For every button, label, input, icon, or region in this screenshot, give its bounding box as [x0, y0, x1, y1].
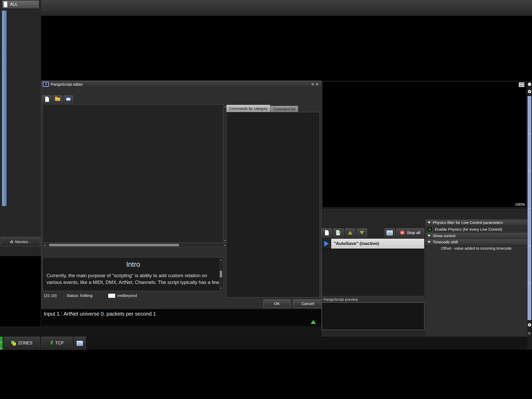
physics-header-label: Physics filter for Live Control paramete… — [433, 220, 503, 225]
editor-title-bar: 3 PangoScript editor — [41, 81, 321, 88]
preview-side-strip — [527, 81, 532, 350]
current-word: exitbeyond — [117, 293, 137, 298]
monitor-button[interactable]: Monitor... — [1, 237, 40, 246]
timecode-shift-label: Timecode shift — [433, 240, 458, 244]
up-arrow-icon — [348, 231, 353, 235]
move-down-button[interactable] — [357, 228, 367, 237]
new-file-icon — [45, 97, 49, 102]
enable-physics-checkbox[interactable]: ✕ — [427, 227, 433, 232]
pangoscript-editor-window: 3 PangoScript editor ▲▼ ◄► Intro Current… — [41, 81, 322, 309]
stop-all-button[interactable]: Stop all — [396, 228, 424, 237]
tab-command-list[interactable]: Command list — [270, 106, 298, 112]
tcp-label: TCP — [55, 341, 64, 345]
timecode-shift-header[interactable]: Timecode shift — [425, 239, 527, 245]
help-panel: Intro Currently, the main purpose of "sc… — [43, 257, 224, 291]
tab-commands-by-category[interactable]: Commands by category — [226, 105, 270, 112]
preview-grid-icon[interactable] — [519, 82, 524, 87]
lower-black-radio-icon[interactable] — [528, 332, 531, 335]
editor-title: PangoScript editor — [51, 82, 83, 87]
zones-level-strip — [0, 337, 3, 350]
enable-physics-label: Enable Physics (for every Live Control) — [435, 227, 502, 231]
save-floppy-icon — [66, 97, 70, 101]
edit-script-button[interactable]: ✚ — [333, 228, 344, 237]
master-physics-panel: Physics filter for Live Control paramete… — [425, 220, 527, 337]
sidebar-all-tab[interactable]: ALL — [2, 1, 39, 8]
new-file-icon — [325, 230, 329, 235]
preview-zoom-slider[interactable] — [528, 96, 531, 320]
dialog-buttons: OK Cancel — [263, 300, 323, 308]
cancel-button[interactable]: Cancel — [293, 300, 323, 308]
show-control-label: Show control — [433, 234, 455, 238]
open-script-button[interactable] — [53, 95, 62, 103]
caret-position: (22,10) — [44, 293, 57, 298]
editor-window-controls[interactable] — [311, 83, 318, 85]
script-slot-name: "AutoSave" (inactive) — [331, 239, 424, 249]
main-toolbar — [0, 0, 532, 16]
artnet-status-text: Input 1 : ArtNet universe 0. packets per… — [44, 311, 156, 317]
stop-all-icon — [400, 230, 405, 235]
help-title: Intro — [43, 261, 223, 269]
all-label: ALL — [10, 2, 18, 7]
code-horizontal-scrollbar[interactable]: ◄► — [43, 243, 227, 247]
commands-tree — [226, 112, 320, 297]
preview-magenta-radio-icon[interactable] — [528, 90, 531, 93]
editor-logo-icon: 3 — [43, 82, 49, 87]
offset-note: Offset - value added to incoming timecod… — [425, 246, 527, 250]
monitor-gear-icon — [387, 230, 393, 235]
tcp-button[interactable]: TCP — [41, 337, 73, 350]
display-icon — [77, 341, 83, 346]
quick-toolbar — [0, 326, 322, 337]
tcp-lightning-icon — [50, 341, 53, 345]
help-scrollbar[interactable]: ▲▼ — [219, 258, 223, 290]
fb4-connection-grid — [87, 337, 532, 350]
move-up-button[interactable] — [345, 228, 355, 237]
play-icon — [324, 241, 329, 247]
new-script-button[interactable] — [42, 95, 52, 103]
enable-physics-row: ✕ Enable Physics (for every Live Control… — [425, 226, 527, 233]
save-script-button[interactable] — [64, 95, 73, 103]
sidebar-page-indicator[interactable] — [2, 10, 7, 206]
down-arrow-icon — [360, 231, 364, 235]
script-slot-row[interactable]: "AutoSave" (inactive) — [322, 239, 424, 249]
laser-preview-window[interactable]: 100% — [322, 81, 527, 208]
all-color-swatch — [4, 2, 7, 7]
script-slot-list: "AutoSave" (inactive) — [322, 238, 424, 296]
monitor-label: Monitor... — [15, 240, 31, 244]
lower-magenta-radio-icon[interactable] — [528, 323, 531, 327]
monitor-icon — [10, 240, 13, 243]
pangoscript-panel-toolbar: ✚ Stop all — [322, 228, 424, 238]
editor-status-bar: (22,10) Status: Editing exitbeyond — [44, 292, 223, 299]
pangoscript-preview-label: PangoScript preview — [322, 297, 424, 302]
artnet-status-bar: Input 1 : ArtNet universe 0. packets per… — [40, 309, 322, 326]
editor-status: Status: Editing — [66, 293, 92, 298]
collapse-arrow-icon — [428, 241, 431, 243]
zones-icon — [11, 341, 16, 345]
show-control-header[interactable]: Show control — [425, 233, 527, 239]
expand-arrow-icon[interactable] — [311, 320, 316, 324]
app-screen: 3 Lasershow Designer BEYOND Ultimate (NF… — [0, 0, 532, 399]
monitor-display-button[interactable] — [74, 337, 86, 350]
cue-page-sidebar: ALL Monitor... — [0, 0, 41, 256]
script-code-editor[interactable] — [43, 104, 223, 243]
editor-toolbar — [42, 95, 73, 103]
stop-all-label: Stop all — [407, 230, 420, 235]
collapse-arrow-icon — [428, 235, 431, 237]
preview-white-radio-icon[interactable] — [528, 83, 531, 86]
zones-label: ZONES — [18, 341, 32, 345]
connections-bar: ZONES TCP — [0, 337, 532, 350]
open-folder-icon — [55, 98, 60, 101]
collapse-arrow-icon — [428, 222, 431, 224]
new-script-slot-button[interactable] — [322, 228, 332, 237]
zones-button[interactable]: ZONES — [4, 337, 40, 350]
status-color-swatch — [108, 294, 115, 298]
script-settings-button[interactable] — [384, 228, 395, 237]
script-play-button[interactable] — [322, 239, 331, 249]
physics-filter-header[interactable]: Physics filter for Live Control paramete… — [425, 220, 527, 226]
preview-zoom-level: 100% — [515, 202, 525, 207]
ok-button[interactable]: OK — [263, 300, 290, 308]
commands-tabs: Commands by category Command list — [226, 105, 298, 112]
help-text: Currently, the main purpose of "scriptin… — [46, 272, 220, 286]
editor-menu-bar — [41, 88, 321, 95]
pangoscript-preview-code — [322, 302, 424, 330]
